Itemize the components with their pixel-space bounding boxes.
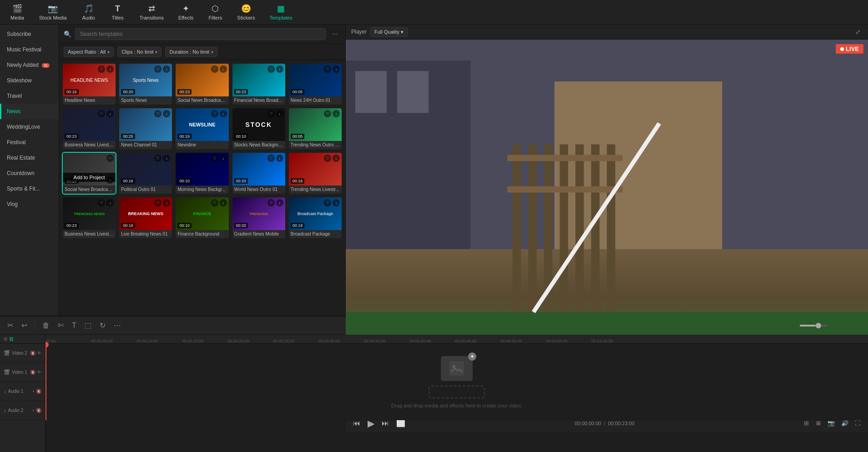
video2-eye-btn[interactable]: 👁 xyxy=(37,351,41,356)
sidebar-item-newly-added[interactable]: Newly Added N xyxy=(0,57,59,73)
bookmark-icon-8[interactable]: ♡ xyxy=(211,110,218,117)
more-options-icon[interactable]: ··· xyxy=(329,30,341,38)
bookmark-icon-7[interactable]: ♡ xyxy=(154,110,161,117)
download-icon-6[interactable]: ↓ xyxy=(106,110,114,117)
download-icon-2[interactable]: ↓ xyxy=(163,65,170,73)
template-card-20[interactable]: 00:19 ♡ ↓ Broadcast Package Broadcast Pa… xyxy=(289,197,342,238)
audio1-mute-btn[interactable]: 🔇 xyxy=(36,389,41,394)
template-card-11[interactable]: 00:23 ⋯ + Add to Project Social News Bro… xyxy=(63,153,116,194)
template-card-5[interactable]: 00:05 ♡ ↓ News 24H Outro 01 xyxy=(289,64,342,105)
sidebar-item-slideshow[interactable]: Slideshow xyxy=(0,73,59,88)
bookmark-icon-9[interactable]: ♡ xyxy=(267,110,275,117)
toolbar-stock-media[interactable]: 📷 Stock Media xyxy=(33,2,73,22)
template-card-6[interactable]: 00:23 ♡ ↓ Business News Livestr... xyxy=(63,108,116,149)
more-icon-11[interactable]: ⋯ xyxy=(106,155,114,162)
aspect-ratio-filter[interactable]: Aspect Ratio : All xyxy=(64,47,114,57)
text-tool[interactable]: T xyxy=(69,320,79,331)
download-icon-14[interactable]: ↓ xyxy=(276,155,283,162)
download-icon-5[interactable]: ↓ xyxy=(333,65,340,73)
bookmark-icon-13[interactable]: ♡ xyxy=(211,155,218,162)
download-icon-17[interactable]: ↓ xyxy=(163,199,170,206)
download-icon-13[interactable]: ↓ xyxy=(220,155,227,162)
download-icon-20[interactable]: ↓ xyxy=(333,199,340,206)
download-icon-4[interactable]: ↓ xyxy=(276,65,283,73)
video2-mute-btn[interactable]: 🔇 xyxy=(30,351,35,356)
download-icon-8[interactable]: ↓ xyxy=(220,110,227,117)
track-add-icon[interactable]: ⊞ xyxy=(4,336,7,342)
audio1-add-btn[interactable]: + xyxy=(32,389,35,394)
template-card-13[interactable]: 00:10 ♡ ↓ Morning News Backgr... xyxy=(176,153,228,194)
cut-tool[interactable]: ✄ xyxy=(55,319,66,331)
search-input[interactable] xyxy=(75,28,326,40)
template-card-15[interactable]: 00:16 ♡ ↓ Trending News Livestr... xyxy=(289,153,342,194)
bookmark-icon-5[interactable]: ♡ xyxy=(324,65,331,73)
crop-tool[interactable]: ⬚ xyxy=(82,319,94,331)
zoom-thumb[interactable] xyxy=(816,323,821,328)
sidebar-item-sports-fit[interactable]: Sports & Fit... xyxy=(0,181,59,196)
sidebar-item-music-festival[interactable]: Music Festival xyxy=(0,42,59,57)
duration-filter[interactable]: Duration : No limit xyxy=(165,47,217,57)
sidebar-item-wedding-love[interactable]: WeddingLove xyxy=(0,119,59,135)
bookmark-icon-10[interactable]: ♡ xyxy=(324,110,331,117)
audio2-add-btn[interactable]: + xyxy=(32,408,35,413)
template-card-8[interactable]: 00:19 ♡ ↓ NEWSLINE Newsline xyxy=(176,108,228,149)
template-card-17[interactable]: 00:16 ♡ ↓ BREAKING NEWS Live Breaking Ne… xyxy=(119,197,172,238)
zoom-slider[interactable] xyxy=(800,325,827,326)
toolbar-media[interactable]: 🎬 Media xyxy=(4,2,31,22)
track-link-icon[interactable]: ⛓ xyxy=(9,336,14,342)
sidebar-item-real-estate[interactable]: Real Estate xyxy=(0,150,59,166)
bookmark-icon-12[interactable]: ♡ xyxy=(154,155,161,162)
template-card-10[interactable]: 00:05 ♡ ↓ Trending News Outro 01 xyxy=(289,108,342,149)
bookmark-icon-20[interactable]: ♡ xyxy=(324,199,331,206)
download-icon-10[interactable]: ↓ xyxy=(333,110,340,117)
playhead[interactable] xyxy=(45,344,46,420)
download-icon-3[interactable]: ↓ xyxy=(220,65,227,73)
split-tool[interactable]: ✂ xyxy=(5,319,16,331)
bookmark-icon-14[interactable]: ♡ xyxy=(267,155,275,162)
template-card-14[interactable]: 00:20 ♡ ↓ World News Outro 01 xyxy=(232,153,285,194)
download-icon-7[interactable]: ↓ xyxy=(163,110,170,117)
sidebar-item-vlog[interactable]: Vlog xyxy=(0,196,59,212)
toolbar-stickers[interactable]: 😊 Stickers xyxy=(231,2,261,22)
template-card-1[interactable]: 00:16 ♡ ↓ HEADLINE NEWS Headline News xyxy=(63,64,116,105)
video1-mute-btn[interactable]: 🔇 xyxy=(30,370,35,375)
template-card-3[interactable]: 00:23 ♡ ↓ Social News Broadcast... xyxy=(176,64,228,105)
bookmark-icon-19[interactable]: ♡ xyxy=(267,199,275,206)
rotate-tool[interactable]: ↻ xyxy=(97,319,108,331)
download-icon-16[interactable]: ↓ xyxy=(106,199,114,206)
bookmark-icon-2[interactable]: ♡ xyxy=(154,65,161,73)
template-card-18[interactable]: 00:10 ♡ ↓ FINANCE Finance Background xyxy=(176,197,228,238)
download-icon-1[interactable]: ↓ xyxy=(106,65,114,73)
delete-tool[interactable]: 🗑 xyxy=(40,320,52,331)
toolbar-effects[interactable]: ✦ Effects xyxy=(172,2,200,22)
clips-filter[interactable]: Clips : No limit xyxy=(117,47,161,57)
bookmark-icon-18[interactable]: ♡ xyxy=(211,199,218,206)
template-card-16[interactable]: 00:23 ♡ ↓ TRENDING NEWS Business News Li… xyxy=(63,197,116,238)
download-icon-9[interactable]: ↓ xyxy=(276,110,283,117)
quality-select[interactable]: Full Quality ▾ xyxy=(370,27,408,37)
sidebar-item-subscribe[interactable]: Subscribe xyxy=(0,26,59,42)
undo-tool[interactable]: ↩ xyxy=(19,319,30,331)
toolbar-filters[interactable]: ⬡ Filters xyxy=(202,2,229,22)
toolbar-transitions[interactable]: ⇄ Transitions xyxy=(133,2,170,22)
bookmark-icon-17[interactable]: ♡ xyxy=(154,199,161,206)
toolbar-templates[interactable]: ▦ Templates xyxy=(263,2,298,22)
bookmark-icon-6[interactable]: ♡ xyxy=(98,110,105,117)
add-to-project-overlay[interactable]: Add to Project xyxy=(63,173,116,182)
sidebar-item-travel[interactable]: Travel xyxy=(0,88,59,104)
download-icon-18[interactable]: ↓ xyxy=(220,199,227,206)
bookmark-icon-1[interactable]: ♡ xyxy=(98,65,105,73)
bookmark-icon-4[interactable]: ♡ xyxy=(267,65,275,73)
bookmark-icon-15[interactable]: ♡ xyxy=(324,155,331,162)
bookmark-icon-16[interactable]: ♡ xyxy=(98,199,105,206)
template-card-7[interactable]: 00:25 ♡ ↓ News Channel 01 xyxy=(119,108,172,149)
sidebar-item-festival[interactable]: Festival xyxy=(0,135,59,150)
toolbar-audio[interactable]: 🎵 Audio xyxy=(75,2,102,22)
sidebar-item-countdown[interactable]: Countdown xyxy=(0,166,59,181)
fullscreen-icon[interactable]: ⤢ xyxy=(853,26,863,37)
template-card-19[interactable]: 00:20 ♡ ↓ TRENDING Gradient News Mobile xyxy=(232,197,285,238)
download-icon-19[interactable]: ↓ xyxy=(276,199,283,206)
template-card-9[interactable]: 00:10 ♡ ↓ STOCK Stocks News Backgro... xyxy=(232,108,285,149)
template-card-2[interactable]: 00:20 ♡ ↓ Sports News Sports News xyxy=(119,64,172,105)
download-icon-12[interactable]: ↓ xyxy=(163,155,170,162)
